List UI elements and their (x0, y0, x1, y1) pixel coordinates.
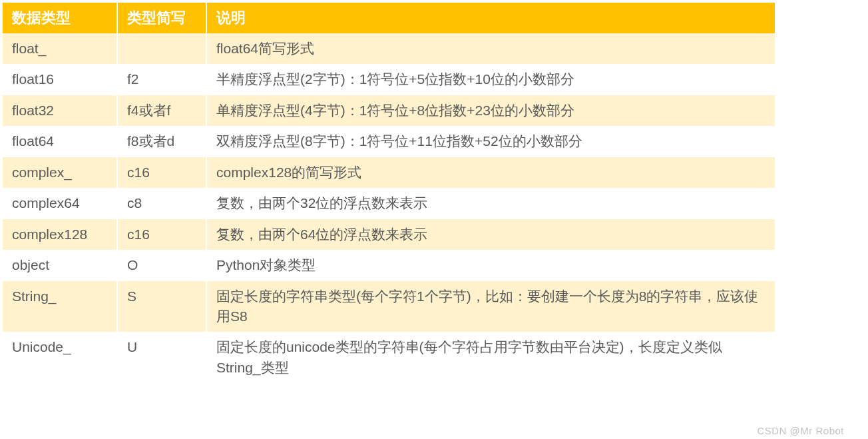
table-row: complex64 c8 复数，由两个32位的浮点数来表示 (3, 188, 775, 219)
table-row: float16 f2 半精度浮点型(2字节)：1符号位+5位指数+10位的小数部… (3, 64, 775, 95)
cell-type: complex64 (3, 188, 117, 219)
table-row: float32 f4或者f 单精度浮点型(4字节)：1符号位+8位指数+23位的… (3, 95, 775, 126)
table-row: complex_ c16 complex128的简写形式 (3, 157, 775, 188)
dtype-table: 数据类型 类型简写 说明 float_ float64简写形式 float16 … (3, 3, 775, 383)
cell-abbr: c8 (117, 188, 206, 219)
cell-type: complex128 (3, 219, 117, 250)
cell-abbr: f8或者d (117, 126, 206, 157)
cell-abbr: c16 (117, 157, 206, 188)
cell-abbr: U (117, 332, 206, 383)
cell-abbr: f2 (117, 64, 206, 95)
cell-desc: 复数，由两个64位的浮点数来表示 (206, 219, 775, 250)
cell-type: String_ (3, 281, 117, 332)
cell-desc: Python对象类型 (206, 250, 775, 280)
cell-type: object (3, 250, 117, 280)
table-row: object O Python对象类型 (3, 250, 775, 280)
cell-type: float16 (3, 64, 117, 95)
cell-desc: 复数，由两个32位的浮点数来表示 (206, 188, 775, 219)
table-row: float64 f8或者d 双精度浮点型(8字节)：1符号位+11位指数+52位… (3, 126, 775, 157)
cell-desc: 双精度浮点型(8字节)：1符号位+11位指数+52位的小数部分 (206, 126, 775, 157)
cell-desc: complex128的简写形式 (206, 157, 775, 188)
cell-abbr (117, 33, 206, 64)
cell-type: Unicode_ (3, 332, 117, 383)
cell-abbr: O (117, 250, 206, 280)
cell-type: float_ (3, 33, 117, 64)
table-row: float_ float64简写形式 (3, 33, 775, 64)
table-header-row: 数据类型 类型简写 说明 (3, 3, 775, 33)
cell-desc: 固定长度的unicode类型的字符串(每个字符占用字节数由平台决定)，长度定义类… (206, 332, 775, 383)
header-abbr: 类型简写 (117, 3, 206, 33)
cell-abbr: S (117, 281, 206, 332)
header-desc: 说明 (206, 3, 775, 33)
table-row: String_ S 固定长度的字符串类型(每个字符1个字节)，比如：要创建一个长… (3, 281, 775, 332)
table-row: Unicode_ U 固定长度的unicode类型的字符串(每个字符占用字节数由… (3, 332, 775, 383)
cell-abbr: c16 (117, 219, 206, 250)
cell-type: complex_ (3, 157, 117, 188)
cell-type: float64 (3, 126, 117, 157)
cell-type: float32 (3, 95, 117, 126)
cell-abbr: f4或者f (117, 95, 206, 126)
cell-desc: float64简写形式 (206, 33, 775, 64)
cell-desc: 单精度浮点型(4字节)：1符号位+8位指数+23位的小数部分 (206, 95, 775, 126)
cell-desc: 固定长度的字符串类型(每个字符1个字节)，比如：要创建一个长度为8的字符串，应该… (206, 281, 775, 332)
header-datatype: 数据类型 (3, 3, 117, 33)
cell-desc: 半精度浮点型(2字节)：1符号位+5位指数+10位的小数部分 (206, 64, 775, 95)
table-row: complex128 c16 复数，由两个64位的浮点数来表示 (3, 219, 775, 250)
